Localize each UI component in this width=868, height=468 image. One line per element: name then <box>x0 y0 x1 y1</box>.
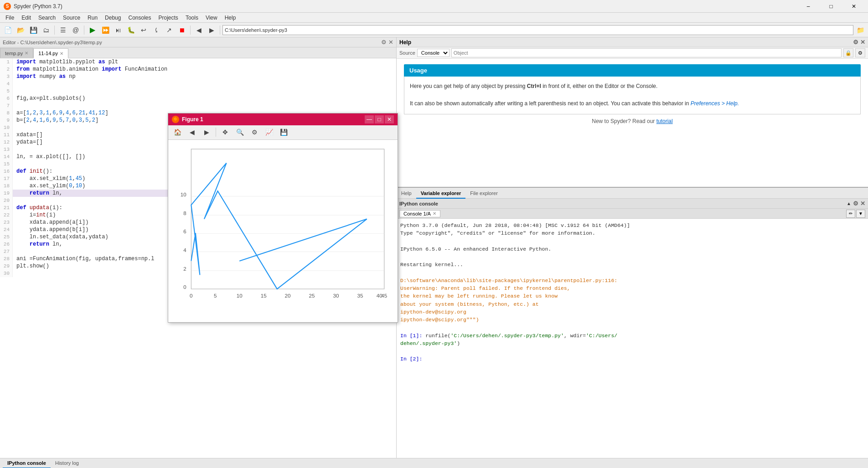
tb-nav-forward[interactable]: ▶ <box>206 25 217 36</box>
tab-11-14-py[interactable]: 11-14.py ✕ <box>33 48 68 58</box>
figure-save-icon[interactable]: 💾 <box>277 127 290 138</box>
tb-save-all[interactable]: 🗂 <box>40 25 52 36</box>
tb-debug[interactable]: 🐛 <box>125 25 137 36</box>
tab-11-14-py-close[interactable]: ✕ <box>60 51 63 56</box>
svg-text:30: 30 <box>333 293 339 298</box>
tb-browse-dir[interactable]: 📁 <box>854 25 866 36</box>
ipython-close-icon[interactable]: ✕ <box>860 200 865 207</box>
tab-temp-py[interactable]: temp.py ✕ <box>0 48 33 58</box>
tb-step-into[interactable]: ⤹ <box>150 25 162 36</box>
menu-search[interactable]: Search <box>35 14 59 22</box>
tb-save[interactable]: 💾 <box>27 25 39 36</box>
right-panel: Help ⚙ ✕ Source Console Editor 🔒 ⚙ Usage <box>397 37 868 458</box>
figure-zoom-icon[interactable]: 🔍 <box>233 127 246 138</box>
menu-file[interactable]: File <box>2 14 18 22</box>
figure-forward-icon[interactable]: ▶ <box>200 127 213 138</box>
figure-close-button[interactable]: ✕ <box>385 115 394 123</box>
svg-text:0: 0 <box>190 293 193 298</box>
figure-minimize-button[interactable]: — <box>365 115 374 123</box>
figure-configure-icon[interactable]: ⚙ <box>248 127 261 138</box>
tb-run-cell[interactable]: ⏯ <box>112 25 124 36</box>
usage-title: Usage <box>404 64 861 77</box>
help-panel: Help ⚙ ✕ Source Console Editor 🔒 ⚙ Usage <box>397 37 868 188</box>
menu-run[interactable]: Run <box>84 14 101 22</box>
console-tab-1-close-icon[interactable]: ✕ <box>433 211 436 216</box>
ipython-header-controls: ▲ ⚙ ✕ <box>847 200 865 207</box>
tb-step[interactable]: ↩ <box>138 25 150 36</box>
svg-text:4: 4 <box>183 247 186 252</box>
tb-preferences[interactable]: ☰ <box>57 25 69 36</box>
toolbar-separator-3 <box>190 26 191 35</box>
maximize-button[interactable]: □ <box>821 0 842 13</box>
menu-view[interactable]: View <box>202 14 221 22</box>
help-header: Help ⚙ ✕ <box>397 37 868 47</box>
console-body[interactable]: Python 3.7.0 (default, Jun 28 2018, 08:0… <box>397 219 868 458</box>
tb-new-file[interactable]: 📄 <box>2 25 14 36</box>
tab-variable-explorer[interactable]: Variable explorer <box>416 189 466 199</box>
tab-11-14-py-label: 11-14.py <box>38 51 58 56</box>
console-edit-icon[interactable]: ✏ <box>846 210 855 218</box>
svg-text:10: 10 <box>181 191 186 197</box>
menu-source[interactable]: Source <box>59 14 84 22</box>
svg-text:35: 35 <box>357 293 363 298</box>
help-close-icon[interactable]: ✕ <box>860 39 865 46</box>
ipython-area: IPython console ▲ ⚙ ✕ Console 1/A ✕ <box>397 199 868 458</box>
figure-back-icon[interactable]: ◀ <box>186 127 198 138</box>
tab-ipython-console[interactable]: IPython console <box>3 458 51 468</box>
expand-icon[interactable]: ▲ <box>847 201 851 206</box>
code-line: 6 fig,ax=plt.subplots() <box>0 95 396 102</box>
chart-svg: 0 2 4 6 8 10 0 5 10 15 20 25 30 35 40 45 <box>172 144 394 319</box>
tb-nav-back[interactable]: ◀ <box>193 25 205 36</box>
object-input[interactable] <box>451 48 842 57</box>
spyder-logo-icon: S <box>4 3 11 10</box>
menu-projects[interactable]: Projects <box>155 14 182 22</box>
source-select[interactable]: Console Editor <box>417 49 450 57</box>
help-lock-icon[interactable]: 🔒 <box>843 48 853 57</box>
editor-header-controls: ⚙ ✕ <box>381 39 393 46</box>
close-button[interactable]: ✕ <box>843 0 864 13</box>
tab-history-log[interactable]: History log <box>51 458 83 468</box>
minimize-button[interactable]: – <box>798 0 819 13</box>
working-directory-input[interactable] <box>222 25 853 35</box>
console-more-icon[interactable]: ▼ <box>856 210 865 218</box>
help-gear-icon[interactable]: ⚙ <box>853 39 858 46</box>
console-run-line-cont: dehen/.spyder-py3') <box>400 339 864 347</box>
source-label: Source <box>399 50 415 56</box>
help-options-icon[interactable]: ⚙ <box>855 48 865 57</box>
tb-run-file[interactable]: ⏩ <box>99 25 111 36</box>
close-editor-icon[interactable]: ✕ <box>388 39 393 46</box>
console-line: Python 3.7.0 (default, Jun 28 2018, 08:0… <box>400 221 864 229</box>
tutorial-link[interactable]: tutorial <box>656 118 673 124</box>
gear-icon[interactable]: ⚙ <box>381 39 387 46</box>
figure-pan-icon[interactable]: ✥ <box>219 127 232 138</box>
console-tab-1[interactable]: Console 1/A ✕ <box>399 210 440 217</box>
code-line: 3 import numpy as np <box>0 73 396 80</box>
menu-help[interactable]: Help <box>221 14 240 22</box>
tab-temp-py-close[interactable]: ✕ <box>25 51 28 56</box>
tab-file-explorer[interactable]: File explorer <box>465 189 502 199</box>
console-line: about your system (bitness, Python, etc.… <box>400 300 864 308</box>
tb-run[interactable]: ▶ <box>87 25 98 36</box>
menu-debug[interactable]: Debug <box>101 14 124 22</box>
tab-help[interactable]: Help <box>397 189 416 199</box>
code-line: 2 from matplotlib.animation import FuncA… <box>0 66 396 73</box>
figure-home-icon[interactable]: 🏠 <box>171 127 184 138</box>
help-title: Help <box>399 39 411 46</box>
console-line: ipython-dev@scipy.org""") <box>400 316 864 324</box>
tb-open[interactable]: 📂 <box>15 25 26 36</box>
console-line: ipython-dev@scipy.org <box>400 308 864 316</box>
menu-tools[interactable]: Tools <box>182 14 202 22</box>
toolbar-separator-1 <box>54 26 55 35</box>
tb-at[interactable]: @ <box>70 25 82 36</box>
console-tabs-bar: Console 1/A ✕ ✏ ▼ <box>397 209 868 219</box>
figure-maximize-button[interactable]: □ <box>375 115 384 123</box>
menu-edit[interactable]: Edit <box>18 14 35 22</box>
console-line: IPython 6.5.0 -- An enhanced Interactive… <box>400 245 864 253</box>
menu-consoles[interactable]: Consoles <box>124 14 155 22</box>
ipython-gear-icon[interactable]: ⚙ <box>853 200 858 207</box>
tb-stop[interactable]: ⏹ <box>176 25 188 36</box>
tb-step-over[interactable]: ↗ <box>163 25 175 36</box>
usage-box: Usage Here you can get help of any objec… <box>404 64 861 114</box>
figure-edit-axis-icon[interactable]: 📈 <box>263 127 275 138</box>
figure-content: 0 2 4 6 8 10 0 5 10 15 20 25 30 35 40 45 <box>168 140 398 322</box>
